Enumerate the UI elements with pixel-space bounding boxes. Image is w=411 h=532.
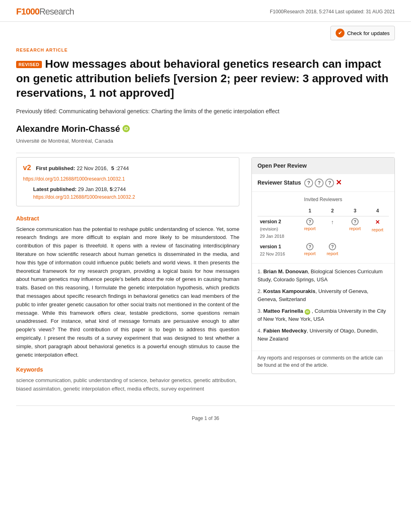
right-column: Open Peer Review Reviewer Status ? ? ? ✕… <box>251 157 395 393</box>
first-published-num: :2744 <box>116 164 129 172</box>
first-published-label: First published: <box>36 164 75 172</box>
table-row: version 1 22 Nov 2016 ? report ? <box>257 241 389 259</box>
revised-badge: REVISED <box>16 61 42 68</box>
q-icon-1: ? <box>304 179 313 187</box>
version1-label: version 1 22 Nov 2016 <box>257 241 299 259</box>
col-2: 2 <box>321 206 344 216</box>
v2-r4: ✕ report <box>366 216 389 242</box>
author-name: Alexandre Morin-Chassé iD <box>16 122 395 135</box>
table-row: version 2 (revision) 29 Jan 2018 ? repor… <box>257 216 389 242</box>
col-4: 4 <box>366 206 389 216</box>
main-content: RESEARCH ARTICLE REVISEDHow messages abo… <box>0 40 411 438</box>
doi1-link: https://doi.org/10.12688/f1000research.1… <box>23 175 232 183</box>
divider <box>16 153 395 153</box>
keywords-title: Keywords <box>16 366 239 374</box>
abstract-text: Science communication has the potential … <box>16 225 239 360</box>
abstract-title: Abstract <box>16 214 239 223</box>
shield-icon: ✔ <box>336 29 345 37</box>
prev-title-text: Communicating behavioral genetics: Chart… <box>59 108 280 114</box>
latest-published-date: 29 Jan 2018, <box>78 186 108 192</box>
v1-r2-report[interactable]: report <box>324 250 341 257</box>
prev-title-prefix: Previously titled: <box>16 108 57 114</box>
list-item: 2. Kostas Kampourakis, University of Gen… <box>257 287 389 303</box>
orcid-icon-3: iD <box>305 309 310 315</box>
two-column-layout: v2 First published: 22 Nov 2016, 5:2744 … <box>16 157 395 393</box>
x-icon: ✕ <box>336 177 342 188</box>
reviewer-table: 1 2 3 4 version 2 (revi <box>257 206 389 259</box>
doi2-anchor[interactable]: https://doi.org/10.12688/f1000research.1… <box>33 194 135 200</box>
col-1: 1 <box>299 206 321 216</box>
reviewer-list: 1. Brian M. Donovan, Biological Sciences… <box>252 264 394 351</box>
page-footer-text: Page 1 of 36 <box>192 415 219 422</box>
keywords-text: science communication, public understand… <box>16 376 239 393</box>
v1-r1-report[interactable]: report <box>301 250 319 257</box>
v2-r3-report[interactable]: report <box>346 225 364 232</box>
latest-published-vol: 5 <box>110 186 112 192</box>
bottom-divider <box>16 405 395 406</box>
q-icon-3: ? <box>325 179 334 187</box>
x-small-icon: ✕ <box>375 219 380 225</box>
peer-review-box: Open Peer Review Reviewer Status ? ? ? ✕… <box>251 157 395 374</box>
article-type-label: RESEARCH ARTICLE <box>16 47 395 54</box>
v1-r2: ? report <box>321 241 344 259</box>
first-published-vol: 5 <box>111 164 114 172</box>
version2-label: version 2 (revision) 29 Jan 2018 <box>257 216 299 242</box>
v1-r1: ? report <box>299 241 321 259</box>
v2-r3: ? report <box>344 216 366 242</box>
logo: F1000Research <box>16 5 74 18</box>
q-small-icon-3: ? <box>351 218 359 225</box>
q-small-v1-1: ? <box>306 243 313 250</box>
page-header: F1000Research F1000Research 2018, 5:2744… <box>0 0 411 22</box>
prev-title: Previously titled: Communicating behavio… <box>16 107 395 116</box>
latest-published-num: :2744 <box>113 186 126 192</box>
v2-r1-report[interactable]: report <box>301 225 319 232</box>
latest-published-label: Latest published: <box>33 186 77 192</box>
v2-r2: ↑ <box>321 216 344 242</box>
left-column: v2 First published: 22 Nov 2016, 5:2744 … <box>16 157 239 393</box>
reviewer-status-row: Reviewer Status ? ? ? ✕ <box>252 174 394 192</box>
list-item: 3. Matteo Farinella iD , Columbia Univer… <box>257 307 389 323</box>
list-item: 4. Fabien Medvecky, University of Otago,… <box>257 327 389 343</box>
check-updates-area: ✔ Check for updates <box>0 22 411 40</box>
invited-label: Invited Reviewers <box>257 196 389 203</box>
version-box: v2 First published: 22 Nov 2016, 5:2744 … <box>16 157 239 206</box>
col-3: 3 <box>344 206 366 216</box>
header-meta: F1000Research 2018, 5:2744 Last updated:… <box>270 8 395 15</box>
reviewer-status-label: Reviewer Status <box>257 179 301 187</box>
v1-r4 <box>366 241 389 259</box>
list-item: 1. Brian M. Donovan, Biological Sciences… <box>257 268 389 283</box>
v2-r1: ? report <box>299 216 321 242</box>
peer-review-header: Open Peer Review <box>252 158 394 174</box>
check-updates-label: Check for updates <box>347 30 390 36</box>
q-small-v1-2: ? <box>329 243 336 250</box>
v1-r3 <box>344 241 366 259</box>
peer-review-footer-note: Any reports and responses or comments on… <box>252 351 394 374</box>
arrow-up-icon: ↑ <box>331 219 334 225</box>
reviewer-table-area: Invited Reviewers 1 2 3 4 <box>252 192 394 264</box>
affiliation: Université de Montréal, Montréal, Canada <box>16 137 395 145</box>
v2-first-published: v2 First published: 22 Nov 2016, 5:2744 <box>23 162 232 173</box>
q-small-icon: ? <box>306 218 313 225</box>
doi2-link: https://doi.org/10.12688/f1000research.1… <box>23 193 232 201</box>
orcid-icon: iD <box>122 125 130 132</box>
doi1-anchor[interactable]: https://doi.org/10.12688/f1000research.1… <box>23 176 125 182</box>
version-label: v2 <box>23 162 31 173</box>
status-icons: ? ? ? ✕ <box>304 177 342 188</box>
page-footer: Page 1 of 36 <box>16 410 395 422</box>
article-title: REVISEDHow messages about behavioral gen… <box>16 57 395 101</box>
q-icon-2: ? <box>315 179 324 187</box>
v2-r4-report[interactable]: report <box>369 227 386 233</box>
first-published-date: 22 Nov 2016, <box>77 164 108 172</box>
latest-published-row: Latest published: 29 Jan 2018, 5:2744 <box>23 185 232 193</box>
check-updates-button[interactable]: ✔ Check for updates <box>330 26 395 40</box>
